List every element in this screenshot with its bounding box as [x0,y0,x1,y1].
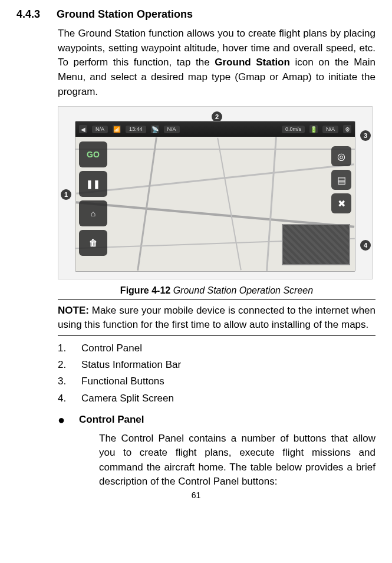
section-title: Ground Station Operations [57,8,193,21]
intro-paragraph: The Ground Station function allows you t… [58,27,375,99]
control-panel-description: The Control Panel contains a number of b… [99,432,375,490]
figure-caption-italic: Ground Station Operation Screen [170,285,313,295]
home-button[interactable]: ⌂ [79,200,107,226]
note-divider [58,335,375,336]
status-mode: N/A [92,126,108,133]
page-number: 61 [17,490,375,505]
satellite-icon: 📶 [113,125,121,133]
list-item-label: Status Information Bar [81,357,181,373]
go-button[interactable]: GO [79,141,107,167]
control-panel: GO ❚❚ ⌂ 🗑 [79,141,107,256]
note-block: NOTE: Make sure your mobile device is co… [58,299,375,332]
layers-button[interactable]: ▤ [331,170,351,190]
list-item-label: Camera Split Screen [81,391,174,406]
back-icon[interactable]: ◀ [79,125,87,133]
list-item-label: Functional Buttons [81,374,164,389]
figure-caption: Figure 4-12 Ground Station Operation Scr… [58,285,375,296]
status-sat: 13:44 [126,126,146,133]
figure-box: 1 2 3 4 ◀ N/A 📶 13:44 📡 N/A 0.0m/s 🔋 N/A… [58,106,373,279]
status-rc: N/A [164,126,180,133]
status-batt: N/A [322,126,338,133]
section-heading: 4.4.3 Ground Station Operations [17,8,375,21]
pause-button[interactable]: ❚❚ [79,171,107,197]
note-text: Make sure your mobile device is connecte… [58,305,375,330]
numbered-list: 1.Control Panel 2.Status Information Bar… [58,341,375,428]
callout-4: 4 [360,240,371,251]
note-label: NOTE: [58,305,89,316]
list-item: 2.Status Information Bar [58,357,375,373]
locate-button[interactable]: ◎ [331,146,351,166]
bullet-heading: ● Control Panel [58,412,375,427]
status-speed: 0.0m/s [282,126,305,133]
status-bar: ◀ N/A 📶 13:44 📡 N/A 0.0m/s 🔋 N/A ⚙ [75,121,355,137]
map-area[interactable]: GO ❚❚ ⌂ 🗑 ◎ ▤ ✖ [75,137,355,271]
clear-button[interactable]: ✖ [331,193,351,213]
section-number: 4.4.3 [17,8,40,21]
list-item: 1.Control Panel [58,341,375,356]
figure-caption-bold: Figure 4-12 [120,285,170,295]
list-item: 3.Functional Buttons [58,374,375,389]
functional-buttons: ◎ ▤ ✖ [331,146,351,213]
list-item: 4.Camera Split Screen [58,391,375,406]
settings-icon[interactable]: ⚙ [343,125,351,133]
rc-icon: 📡 [151,125,159,133]
intro-text-bold: Ground Station [215,57,290,68]
figure-wrap: 1 2 3 4 ◀ N/A 📶 13:44 📡 N/A 0.0m/s 🔋 N/A… [58,106,375,296]
delete-button[interactable]: 🗑 [79,230,107,256]
battery-icon: 🔋 [309,125,318,133]
bullet-title: Control Panel [79,412,144,427]
page: 4.4.3 Ground Station Operations The Grou… [0,0,392,505]
camera-split-screen[interactable] [282,224,350,265]
list-item-label: Control Panel [81,341,142,356]
callout-1: 1 [61,189,71,200]
callout-3: 3 [360,130,371,141]
app-screenshot: ◀ N/A 📶 13:44 📡 N/A 0.0m/s 🔋 N/A ⚙ [75,121,355,272]
